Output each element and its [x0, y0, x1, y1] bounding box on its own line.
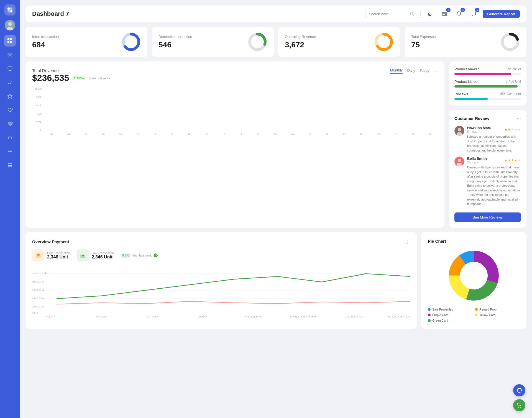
- bell-icon-btn[interactable]: 12: [454, 9, 464, 19]
- reviewer-name-1: Bella Smith: [467, 157, 487, 161]
- revenue-menu-dots[interactable]: ···: [434, 68, 438, 74]
- svg-rect-16: [8, 163, 12, 164]
- progress-bar-1: [454, 85, 521, 88]
- revenue-subtitle: than last week: [89, 76, 110, 80]
- reviews-menu-dots[interactable]: ···: [517, 116, 521, 121]
- chat-icon-btn[interactable]: 5: [468, 9, 478, 19]
- see-more-reviews-button[interactable]: See More Reviews: [454, 212, 521, 222]
- metric-header-1: Product Listed 3,456 Unit: [454, 80, 521, 84]
- cart-icon: [516, 402, 522, 408]
- sidebar-item-menu[interactable]: [4, 146, 16, 157]
- chat-badge: 5: [475, 8, 479, 12]
- sidebar-item-analytics[interactable]: [4, 76, 16, 88]
- reviewer-avatar-1: [454, 157, 464, 166]
- svg-rect-7: [7, 38, 9, 40]
- payment-title: Overview Payment: [32, 239, 69, 244]
- sidebar-item-favorites[interactable]: [4, 90, 16, 102]
- y-label-3: 400k: [36, 112, 42, 115]
- sidebar-item-saved[interactable]: [4, 118, 16, 130]
- svg-rect-22: [471, 12, 475, 15]
- svg-text:November: November: [388, 315, 410, 318]
- page-title: Dashboard 7: [32, 10, 69, 17]
- donut-0: [121, 32, 141, 52]
- bell-icon: [456, 11, 462, 17]
- reviewer-stars-0: ★★★★★: [504, 127, 521, 132]
- avatar[interactable]: [5, 20, 15, 30]
- svg-point-65: [461, 263, 486, 288]
- legend-label-3: Yellow Card: [479, 313, 495, 317]
- reviewer-text-1: Dealing with Syamsudin and Bakri was a j…: [467, 165, 521, 206]
- reviewer-text-0: I viewed a number of properties with Jus…: [467, 134, 521, 153]
- metric-name-2: Reviews: [454, 92, 468, 96]
- pie-chart-svg: [446, 248, 502, 303]
- floating-buttons: [513, 384, 525, 411]
- tab-daily[interactable]: Daily: [407, 68, 415, 74]
- fab-support[interactable]: [513, 384, 525, 396]
- bar-x-label: 17: [233, 133, 249, 136]
- low-transaction-value: 2,346 Unit: [92, 255, 114, 260]
- pie-legend: Sale Properties Rented Prop Purple Card …: [428, 308, 520, 322]
- bar-x-label: 12: [147, 133, 163, 136]
- payment-menu-dots[interactable]: ⋮: [405, 239, 410, 245]
- sidebar-item-print[interactable]: [4, 132, 16, 143]
- reviewer-time-1: 20m ago: [467, 161, 487, 164]
- svg-text:200k: 200k: [32, 305, 44, 308]
- search-box[interactable]: [365, 10, 421, 18]
- search-input[interactable]: [369, 12, 408, 16]
- header-right: 2 12 5 Generate Report: [365, 9, 520, 19]
- metric-name-0: Product Viewed: [454, 67, 480, 71]
- svg-rect-2: [7, 10, 10, 12]
- sidebar: [0, 0, 20, 418]
- revenue-amount: $236,535 0,8% than last week: [32, 73, 110, 83]
- low-transaction-stat: Low Transaction 2,346 Unit: [77, 249, 114, 261]
- donut-1: [248, 32, 267, 52]
- bar-x-label: 24: [354, 133, 369, 136]
- reviewer-stars-1: ★★★★★: [504, 158, 521, 162]
- svg-text:October: October: [343, 315, 364, 318]
- svg-point-21: [445, 14, 446, 15]
- payment-card: Overview Payment ⋮ High Transaction 2,34…: [25, 232, 417, 329]
- wallet-icon-btn[interactable]: 2: [439, 9, 449, 19]
- stat-value-1: 546: [158, 40, 192, 49]
- svg-rect-17: [8, 165, 12, 166]
- low-transaction-badge: 0,8%: [121, 253, 131, 258]
- progress-bar-0: [454, 73, 521, 75]
- svg-rect-0: [7, 7, 10, 10]
- metric-value-1: 3,456 Unit: [506, 80, 521, 84]
- bell-badge: 12: [461, 8, 465, 12]
- headset-icon: [516, 387, 522, 393]
- svg-text:May: May: [96, 315, 107, 318]
- y-label-4: 200k: [36, 121, 42, 124]
- reviewer-name-0: Hawkins Maru: [467, 126, 491, 130]
- sidebar-item-heart[interactable]: [4, 104, 16, 116]
- sidebar-item-info[interactable]: [4, 63, 16, 74]
- metric-value-2: 456 Comment: [500, 92, 521, 96]
- dark-mode-toggle[interactable]: [425, 9, 435, 19]
- review-item-0: Hawkins Maru 5m ago ★★★★★ I viewed a num…: [454, 126, 521, 153]
- y-label-1: 800k: [36, 96, 42, 99]
- stat-label-0: Inter. transaction: [32, 35, 59, 39]
- svg-marker-13: [8, 94, 12, 98]
- legend-dot-2: [428, 314, 431, 316]
- generate-report-button[interactable]: Generate Report: [483, 10, 520, 18]
- tab-monthly[interactable]: Monthly: [390, 68, 403, 74]
- svg-rect-18: [8, 166, 12, 167]
- fab-cart[interactable]: [513, 399, 525, 411]
- wallet-badge: 2: [446, 8, 451, 12]
- y-label-0: 1000k: [35, 88, 42, 90]
- progress-fill-2: [454, 98, 488, 100]
- payment-stats: High Transaction 2,346 Unit Low Transact…: [32, 249, 410, 261]
- middle-row: Total Revenue $236,535 0,8% than last we…: [25, 61, 526, 228]
- stat-value-3: 75: [411, 40, 436, 49]
- sidebar-item-dashboard[interactable]: [4, 35, 16, 47]
- bottom-row: Overview Payment ⋮ High Transaction 2,34…: [25, 232, 526, 329]
- bar-x-label: 22: [319, 133, 335, 136]
- svg-rect-9: [7, 41, 9, 43]
- svg-point-35: [458, 159, 461, 162]
- sidebar-item-settings[interactable]: [4, 49, 16, 60]
- svg-text:June: June: [146, 315, 158, 318]
- svg-rect-68: [521, 390, 521, 391]
- sidebar-item-list[interactable]: [4, 160, 16, 171]
- tab-today[interactable]: Today: [420, 68, 429, 74]
- payment-header: Overview Payment ⋮: [32, 239, 410, 245]
